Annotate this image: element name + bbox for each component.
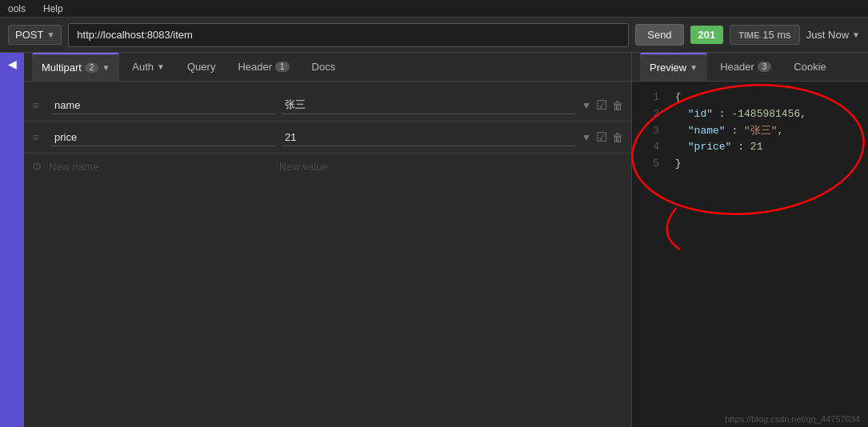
status-badge: 201 — [690, 26, 724, 44]
send-button[interactable]: Send — [635, 24, 683, 46]
main-layout: ◀ Multipart 2 ▼ Auth ▼ Query Header 1 Do… — [0, 53, 868, 427]
tab-multipart[interactable]: Multipart 2 ▼ — [32, 53, 119, 81]
tab-multipart-badge: 2 — [85, 62, 99, 73]
json-line-5: 5 } — [645, 156, 855, 173]
tab-cookie[interactable]: Cookie — [784, 53, 835, 81]
row-chevron-icon[interactable]: ▼ — [582, 132, 591, 143]
field-name-name[interactable] — [51, 97, 275, 114]
tab-auth-label: Auth — [132, 61, 154, 73]
row-chevron-icon[interactable]: ▼ — [582, 100, 591, 111]
form-area: ≡ ▼ ☑ 🗑 ≡ ▼ ☑ 🗑 — [24, 82, 631, 427]
method-select[interactable]: POST ▼ — [8, 25, 62, 45]
url-bar: POST ▼ Send 201 TIME 15 ms Just Now ▼ — [0, 18, 868, 53]
sidebar-arrow-icon: ◀ — [8, 58, 17, 70]
tab-multipart-chevron-icon: ▼ — [102, 63, 110, 72]
method-label: POST — [15, 29, 43, 41]
right-panel: Preview ▼ Header 3 Cookie 1 { — [632, 53, 868, 427]
row-actions: ▼ ☑ 🗑 — [582, 130, 623, 145]
new-value-placeholder[interactable]: New value — [279, 161, 328, 173]
tab-header-label: Header — [238, 61, 272, 73]
new-name-placeholder[interactable]: New name — [49, 161, 273, 173]
drag-handle-icon[interactable]: ≡ — [32, 99, 45, 112]
json-line-3: 3 "name" : "张三", — [645, 123, 855, 140]
gear-icon: ⚙ — [32, 160, 42, 173]
left-tabs-row: Multipart 2 ▼ Auth ▼ Query Header 1 Docs — [24, 53, 631, 82]
sidebar-strip: ◀ — [0, 53, 24, 427]
watermark-text: https://blog.csdn.net/qq_44757034 — [725, 414, 860, 424]
tab-preview-chevron-icon: ▼ — [690, 63, 698, 72]
time-badge: TIME 15 ms — [730, 25, 799, 45]
right-tabs-row: Preview ▼ Header 3 Cookie — [632, 53, 868, 82]
table-row: ≡ ▼ ☑ 🗑 — [24, 122, 631, 154]
tab-auth-chevron-icon: ▼ — [157, 62, 165, 71]
tab-response-header[interactable]: Header 3 — [710, 53, 781, 81]
menu-help[interactable]: Help — [40, 2, 66, 16]
row-checkbox-icon[interactable]: ☑ — [596, 98, 607, 113]
tab-docs-label: Docs — [312, 61, 336, 73]
json-line-1: 1 { — [645, 90, 855, 106]
time-value: 15 ms — [762, 29, 790, 41]
tab-response-header-badge: 3 — [758, 62, 772, 72]
row-actions: ▼ ☑ 🗑 — [582, 98, 623, 113]
drag-handle-icon[interactable]: ≡ — [32, 131, 45, 144]
tab-response-header-label: Header — [720, 61, 754, 73]
new-row: ⚙ New name New value — [24, 154, 631, 179]
time-label: TIME — [738, 30, 759, 40]
row-delete-icon[interactable]: 🗑 — [612, 99, 623, 112]
json-viewer: 1 { 2 "id" : -1485981456, 3 "name" : "张三… — [632, 82, 868, 411]
tab-query-label: Query — [187, 61, 215, 73]
left-panel: Multipart 2 ▼ Auth ▼ Query Header 1 Docs — [24, 53, 632, 427]
table-row: ≡ ▼ ☑ 🗑 — [24, 90, 631, 122]
timestamp-label: Just Now — [806, 29, 849, 41]
tab-docs[interactable]: Docs — [302, 53, 346, 81]
field-value-name[interactable] — [282, 97, 575, 114]
url-input[interactable] — [68, 23, 629, 47]
row-checkbox-icon[interactable]: ☑ — [596, 130, 607, 145]
tab-cookie-label: Cookie — [794, 61, 826, 73]
json-line-2: 2 "id" : -1485981456, — [645, 106, 855, 123]
tab-preview[interactable]: Preview ▼ — [640, 53, 707, 81]
field-name-price[interactable] — [51, 129, 275, 146]
method-chevron-icon: ▼ — [46, 30, 54, 39]
json-line-4: 4 "price" : 21 — [645, 139, 855, 156]
tab-preview-label: Preview — [650, 62, 686, 74]
tab-header[interactable]: Header 1 — [228, 53, 298, 81]
menu-tools[interactable]: ools — [5, 2, 29, 16]
timestamp-chevron-icon: ▼ — [852, 30, 860, 39]
tab-query[interactable]: Query — [178, 53, 225, 81]
field-value-price[interactable] — [282, 129, 575, 146]
tab-multipart-label: Multipart — [42, 62, 82, 74]
footer-watermark: https://blog.csdn.net/qq_44757034 — [632, 411, 868, 427]
row-delete-icon[interactable]: 🗑 — [612, 131, 623, 144]
menu-bar: ools Help — [0, 0, 868, 18]
tab-auth[interactable]: Auth ▼ — [122, 53, 174, 81]
tab-header-badge: 1 — [275, 62, 290, 72]
timestamp-button[interactable]: Just Now ▼ — [806, 29, 860, 41]
